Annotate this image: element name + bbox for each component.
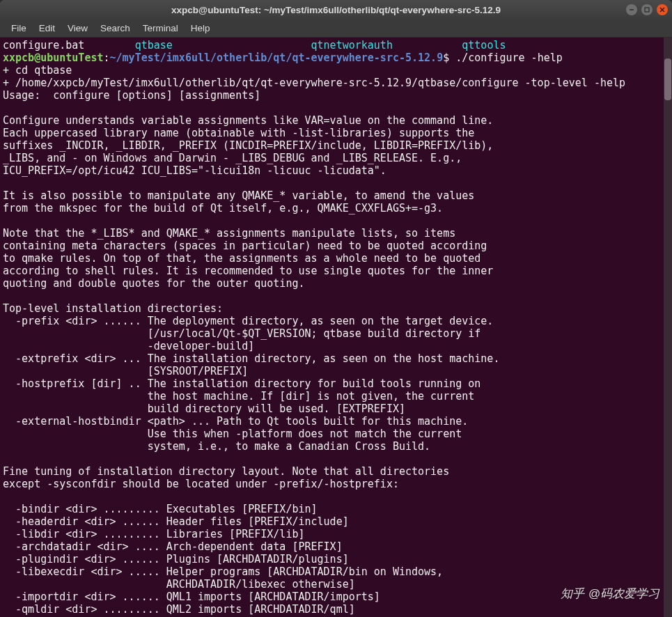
prompt-colon: :	[104, 52, 110, 64]
window-controls	[626, 4, 668, 15]
prompt-user: xxpcb@ubuntuTest	[3, 52, 104, 64]
terminal-output: + cd qtbase + /home/xxpcb/myTest/imx6ull…	[3, 64, 625, 616]
menu-file[interactable]: File	[6, 22, 32, 35]
svg-rect-1	[645, 8, 649, 12]
terminal-area[interactable]: configure.bat qtbase qtnetworkauth qttoo…	[0, 38, 672, 617]
ls-file: configure.bat	[3, 39, 84, 52]
menu-edit[interactable]: Edit	[33, 22, 61, 35]
window-title: xxpcb@ubuntuTest: ~/myTest/imx6ull/other…	[171, 5, 501, 15]
scrollbar-thumb[interactable]	[664, 58, 671, 100]
watermark-brand: 知乎	[561, 586, 584, 602]
ls-dir: qtnetworkauth	[311, 39, 393, 52]
ls-dir: qttools	[462, 39, 506, 52]
ls-dir: qtbase	[135, 39, 173, 52]
menu-search[interactable]: Search	[95, 22, 136, 35]
watermark: 知乎 @码农爱学习	[561, 586, 659, 602]
minimize-button[interactable]	[626, 4, 637, 15]
prompt-cmd: ./configure -help	[455, 52, 563, 64]
menu-terminal[interactable]: Terminal	[137, 22, 184, 35]
menu-view[interactable]: View	[62, 22, 93, 35]
menu-help[interactable]: Help	[185, 22, 216, 35]
close-button[interactable]	[657, 4, 668, 15]
scrollbar[interactable]	[664, 38, 672, 617]
watermark-author: @码农爱学习	[588, 586, 659, 602]
menubar: File Edit View Search Terminal Help	[0, 19, 672, 38]
maximize-button[interactable]	[641, 4, 653, 15]
titlebar: xxpcb@ubuntuTest: ~/myTest/imx6ull/other…	[0, 0, 672, 19]
prompt-dollar: $	[443, 52, 455, 64]
terminal-content[interactable]: configure.bat qtbase qtnetworkauth qttoo…	[3, 39, 671, 616]
prompt-cwd: ~/myTest/imx6ull/otherlib/qt/qt-everywhe…	[110, 52, 444, 64]
